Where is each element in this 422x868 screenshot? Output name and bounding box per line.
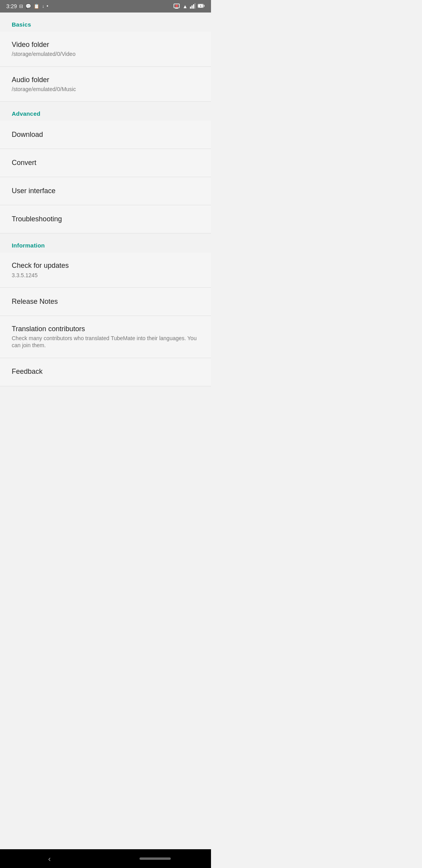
section-header-information: Information: [0, 233, 211, 253]
status-time: 3:29: [6, 3, 17, 9]
settings-item-troubleshooting[interactable]: Troubleshooting: [0, 205, 211, 233]
status-bar: 3:29 ⊟ 💬 📋 ↓ • ▲: [0, 0, 211, 13]
settings-item-title-download: Download: [12, 130, 199, 139]
dot-icon: •: [46, 4, 48, 9]
settings-item-subtitle-translation-contributors: Check many contributors who translated T…: [12, 335, 199, 349]
notification-icon: ⊟: [19, 4, 23, 9]
settings-item-title-convert: Convert: [12, 158, 199, 167]
svg-rect-2: [175, 5, 178, 7]
download-icon: ↓: [42, 4, 44, 9]
svg-rect-8: [204, 5, 205, 7]
settings-content: BasicsVideo folder/storage/emulated/0/Vi…: [0, 13, 211, 415]
settings-item-subtitle-video-folder: /storage/emulated/0/Video: [12, 50, 199, 57]
settings-item-title-check-updates: Check for updates: [12, 261, 199, 270]
clipboard-icon: 📋: [34, 4, 39, 9]
settings-item-title-troubleshooting: Troubleshooting: [12, 215, 199, 224]
signal-icon: [190, 3, 195, 10]
cast-icon: [173, 4, 180, 9]
settings-item-translation-contributors[interactable]: Translation contributorsCheck many contr…: [0, 316, 211, 358]
settings-item-convert[interactable]: Convert: [0, 149, 211, 177]
status-bar-left: 3:29 ⊟ 💬 📋 ↓ •: [6, 3, 48, 9]
settings-item-check-updates[interactable]: Check for updates3.3.5.1245: [0, 253, 211, 288]
svg-rect-5: [193, 4, 194, 9]
section-header-basics: Basics: [0, 13, 211, 32]
svg-rect-6: [195, 3, 195, 9]
settings-item-download[interactable]: Download: [0, 121, 211, 149]
settings-item-release-notes[interactable]: Release Notes: [0, 288, 211, 316]
settings-item-user-interface[interactable]: User interface: [0, 177, 211, 205]
battery-icon: [198, 4, 205, 9]
svg-rect-3: [190, 7, 191, 9]
wifi-icon: ▲: [182, 4, 188, 9]
settings-item-title-user-interface: User interface: [12, 187, 199, 195]
settings-item-audio-folder[interactable]: Audio folder/storage/emulated/0/Music: [0, 67, 211, 102]
settings-item-video-folder[interactable]: Video folder/storage/emulated/0/Video: [0, 32, 211, 67]
settings-item-subtitle-check-updates: 3.3.5.1245: [12, 272, 199, 279]
settings-item-subtitle-audio-folder: /storage/emulated/0/Music: [12, 86, 199, 93]
section-header-advanced: Advanced: [0, 102, 211, 121]
settings-item-title-release-notes: Release Notes: [12, 297, 199, 306]
svg-rect-1: [175, 8, 178, 9]
settings-item-title-feedback: Feedback: [12, 367, 199, 376]
settings-item-feedback[interactable]: Feedback: [0, 358, 211, 386]
settings-item-title-translation-contributors: Translation contributors: [12, 325, 199, 334]
chat-icon: 💬: [25, 4, 31, 9]
settings-item-title-audio-folder: Audio folder: [12, 75, 199, 84]
status-bar-right: ▲: [173, 3, 205, 10]
svg-rect-4: [191, 5, 193, 9]
settings-item-title-video-folder: Video folder: [12, 40, 199, 49]
